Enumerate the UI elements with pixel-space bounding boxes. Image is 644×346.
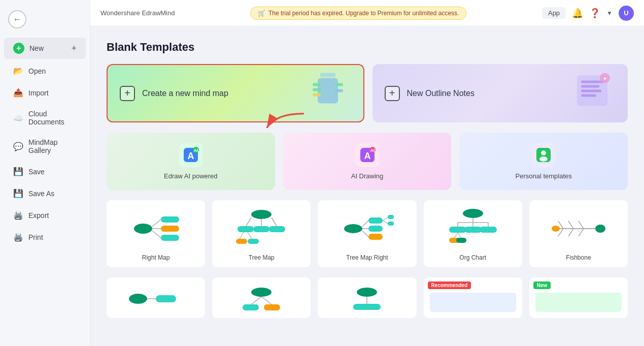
add-icon[interactable]: + (71, 43, 77, 54)
org-chart-visual (430, 208, 516, 249)
right-map-card[interactable]: Right Map (107, 200, 205, 267)
cloud-icon: ☁️ (13, 113, 23, 123)
sidebar-item-mindmap[interactable]: 💬 MindMap Gallery (4, 133, 86, 160)
topbar-right: App 🔔 ❓ ▼ U (542, 6, 634, 21)
svg-point-69 (595, 225, 605, 233)
svg-rect-89 (353, 304, 381, 310)
open-icon: 📂 (13, 66, 23, 76)
svg-rect-49 (368, 226, 383, 232)
sidebar-export-label: Export (28, 211, 49, 219)
app-button[interactable]: App (542, 7, 566, 19)
sidebar-item-cloud[interactable]: ☁️ Cloud Documents (4, 105, 86, 131)
tree-map-right-card[interactable]: Tree Map Right (318, 200, 416, 267)
create-mindmap-card[interactable]: + Create a new mind map (107, 64, 364, 122)
ai-drawing-card[interactable]: A AI AI Drawing (283, 133, 452, 190)
svg-rect-61 (449, 227, 466, 233)
page-title: Blank Templates (107, 41, 628, 54)
help-icon[interactable]: ❓ (589, 8, 600, 19)
print-icon: 🖨️ (13, 232, 23, 242)
personal-templates-card[interactable]: Personal templates (459, 133, 628, 190)
svg-line-47 (362, 231, 368, 237)
bell-icon[interactable]: 🔔 (572, 8, 583, 19)
svg-rect-62 (464, 227, 482, 233)
drawing-icon: A AI (355, 143, 380, 167)
svg-point-82 (251, 288, 272, 297)
svg-line-52 (383, 221, 388, 224)
edraw-ai-card[interactable]: A AI Edraw AI powered (107, 133, 275, 190)
outline-deco: ✦ (567, 68, 618, 119)
sidebar-item-new[interactable]: + New + (4, 38, 86, 59)
import-icon: 📤 (13, 88, 23, 98)
svg-rect-38 (253, 226, 269, 232)
fishbone-visual (535, 208, 622, 249)
svg-line-40 (240, 232, 244, 239)
export-icon: 🖨️ (13, 210, 23, 220)
sidebar-item-save[interactable]: 💾 Save (4, 162, 86, 181)
save-icon: 💾 (13, 167, 23, 176)
bottom-card-2[interactable] (212, 277, 311, 318)
svg-rect-63 (480, 227, 497, 233)
app-name: Wondershare EdrawMind (100, 9, 175, 17)
svg-rect-53 (388, 215, 394, 219)
svg-line-36 (272, 217, 277, 226)
svg-point-87 (357, 288, 377, 297)
drawing-label: AI Drawing (351, 172, 384, 180)
sidebar-open-label: Open (28, 67, 46, 75)
svg-line-45 (362, 221, 368, 227)
svg-rect-67 (456, 238, 466, 243)
chevron-down-icon[interactable]: ▼ (606, 10, 613, 17)
tree-map-right-label: Tree Map Right (346, 254, 388, 261)
svg-point-78 (552, 226, 560, 232)
svg-rect-2 (313, 83, 321, 86)
sidebar-item-print[interactable]: 🖨️ Print (4, 227, 86, 247)
sidebar-item-export[interactable]: 🖨️ Export (4, 205, 86, 225)
svg-line-31 (152, 231, 161, 238)
feature-row: A AI Edraw AI powered A AI (107, 133, 628, 190)
sidebar-item-saveas[interactable]: 💾 Save As (4, 183, 86, 203)
sidebar-item-import[interactable]: 📤 Import (4, 83, 86, 103)
svg-line-74 (568, 229, 573, 236)
sidebar-item-open[interactable]: 📂 Open (4, 61, 86, 81)
tree-map-visual (218, 208, 304, 249)
svg-line-34 (246, 217, 251, 226)
bottom-card-5[interactable]: New (529, 277, 628, 318)
avatar[interactable]: U (619, 6, 634, 21)
tree-map-right-visual (324, 208, 410, 249)
svg-rect-9 (581, 80, 603, 83)
svg-rect-81 (156, 295, 176, 302)
bottom-3-visual (324, 286, 410, 312)
svg-line-75 (579, 229, 584, 236)
topbar: Wondershare EdrawMind 🛒 The trial period… (90, 0, 644, 26)
bottom-card-1[interactable] (107, 277, 205, 318)
org-chart-label: Org Chart (459, 254, 486, 261)
bottom-card-4[interactable]: Recommended (424, 277, 522, 318)
svg-line-64 (454, 233, 458, 238)
svg-point-24 (541, 150, 546, 155)
svg-rect-30 (161, 226, 179, 232)
svg-text:AI: AI (193, 148, 198, 153)
org-chart-card[interactable]: Org Chart (424, 200, 522, 267)
trial-badge[interactable]: 🛒 The trial period has expired. Upgrade … (250, 7, 467, 20)
sidebar-back: ← (0, 6, 90, 33)
bottom-card-3[interactable] (318, 277, 416, 318)
ai-label: Edraw AI powered (164, 172, 218, 180)
fishbone-card[interactable]: Fishbone (529, 200, 628, 267)
new-icon: + (13, 43, 24, 54)
tree-map-card[interactable]: Tree Map (212, 200, 311, 267)
blank-template-row: + Create a new mind map (107, 64, 628, 122)
create-plus-icon: + (120, 86, 135, 101)
fishbone-label: Fishbone (566, 254, 591, 261)
outline-plus-icon: + (385, 86, 400, 101)
back-button[interactable]: ← (8, 10, 26, 28)
svg-rect-3 (313, 88, 321, 91)
sidebar-cloud-label: Cloud Documents (28, 110, 77, 126)
svg-point-26 (134, 224, 152, 234)
bottom-1-visual (113, 286, 199, 312)
personal-templates-label: Personal templates (516, 172, 572, 180)
svg-rect-4 (313, 93, 321, 96)
cart-icon: 🛒 (258, 10, 265, 17)
templates-icon (531, 143, 556, 167)
recommended-badge: Recommended (428, 281, 471, 289)
new-outline-card[interactable]: + New Outline Notes ✦ (372, 64, 628, 122)
svg-point-25 (539, 156, 548, 162)
